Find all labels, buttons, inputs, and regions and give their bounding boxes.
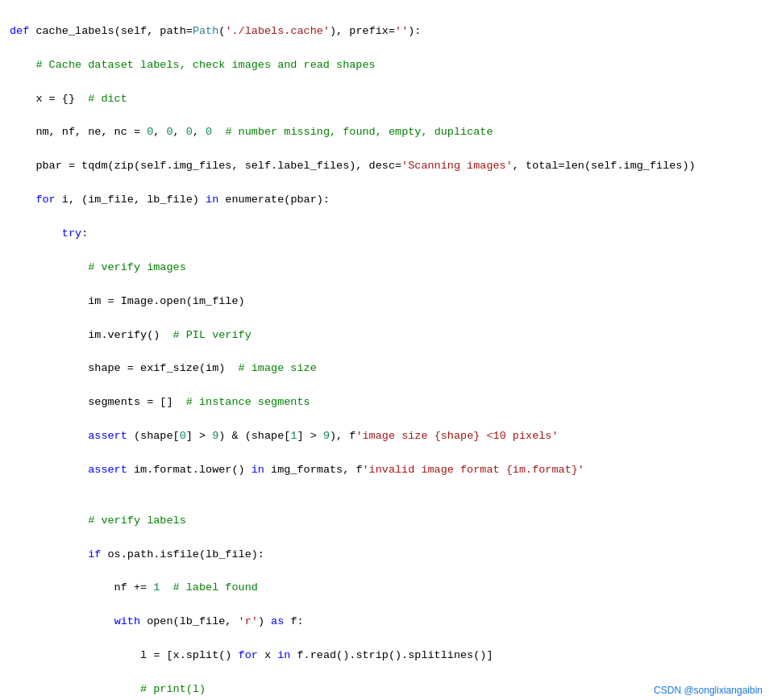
line-10: im.verify() # PIL verify (10, 327, 759, 344)
line-13: assert (shape[0] > 9) & (shape[1] > 9), … (10, 428, 759, 445)
line-18: nf += 1 # label found (10, 580, 759, 597)
line-11: shape = exif_size(im) # image size (10, 360, 759, 377)
line-4: nm, nf, ne, nc = 0, 0, 0, 0 # number mis… (10, 124, 759, 141)
line-21: # print(l) (10, 681, 759, 698)
line-19: with open(lb_file, 'r') as f: (10, 614, 759, 631)
line-2: # Cache dataset labels, check images and… (10, 57, 759, 74)
line-1: def cache_labels(self, path=Path('./labe… (10, 23, 759, 40)
line-8: # verify images (10, 260, 759, 277)
code-viewer: def cache_labels(self, path=Path('./labe… (10, 6, 759, 700)
line-14: assert im.format.lower() in img_formats,… (10, 462, 759, 479)
line-20: l = [x.split() for x in f.read().strip()… (10, 648, 759, 665)
line-9: im = Image.open(im_file) (10, 294, 759, 310)
line-17: if os.path.isfile(lb_file): (10, 547, 759, 564)
line-16: # verify labels (10, 513, 759, 530)
line-6: for i, (im_file, lb_file) in enumerate(p… (10, 192, 759, 209)
line-12: segments = [] # instance segments (10, 394, 759, 411)
watermark-text: CSDN @songlixiangaibin (654, 683, 763, 698)
line-7: try: (10, 226, 759, 243)
line-3: x = {} # dict (10, 91, 759, 108)
line-5: pbar = tqdm(zip(self.img_files, self.lab… (10, 158, 759, 175)
